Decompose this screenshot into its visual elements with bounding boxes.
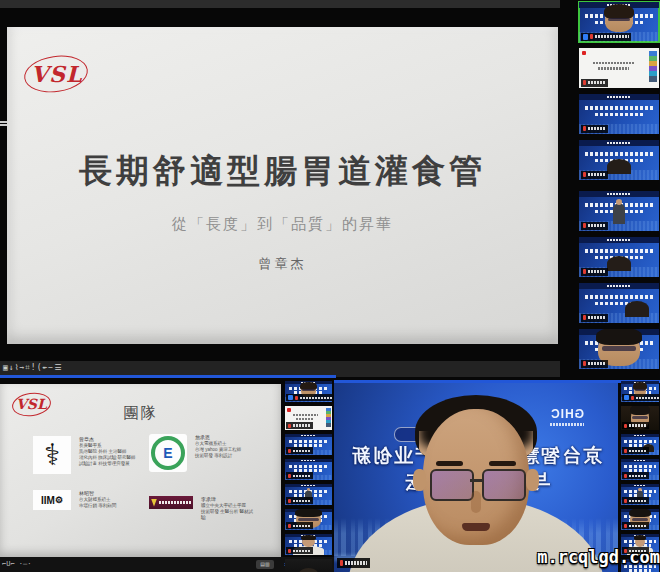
team-member-1: ⚕ 曾章杰 長庚醫學系 馬偕醫院 外科 主治醫師 消化內科 臨床試驗 研究醫師 … (33, 436, 136, 474)
participant-thumbnail-banner[interactable] (621, 459, 659, 480)
member-line: 試驗計畫 科技管理與發展 (79, 461, 136, 467)
team-window-top-border (0, 375, 336, 378)
participant-thumbnail-dark[interactable] (285, 559, 332, 572)
participant-thumbnail-person-right[interactable] (621, 434, 659, 455)
mic-muted-icon (583, 172, 586, 177)
participant-thumbnail-banner[interactable] (285, 459, 332, 480)
slide-presenter-name: 曾章杰 (7, 255, 558, 273)
participant-thumbnail-person-right[interactable] (579, 283, 659, 323)
team-member-4: 李承瑋 國立中央大學碩士學歷 技術研發 生醫分析 醫材試 驗 (149, 496, 253, 521)
window-top-strip (0, 0, 560, 8)
member-name: 李承瑋 (201, 496, 253, 502)
participant-strip-mid (285, 381, 332, 572)
shared-slide-main[interactable]: VSL 長期舒適型腸胃道灌食管 從「長度」到「品質」的昇華 曾章杰 (7, 27, 558, 344)
footer-glyphs: ⌐U⌐ ·–· (2, 560, 32, 568)
mic-muted-icon (583, 361, 586, 366)
caduceus-icon: ⚕ (33, 436, 71, 474)
speaker-person (334, 383, 618, 572)
participant-thumbnail-woman[interactable] (579, 2, 659, 42)
mic-muted-icon (288, 524, 291, 528)
slide-title: 長期舒適型腸胃道灌食管 (7, 149, 558, 194)
team-slide-title: 團隊 (0, 404, 281, 423)
participant-thumbnail-person[interactable] (579, 140, 659, 180)
mic-muted-icon (583, 269, 586, 274)
overlay-marks (0, 120, 10, 130)
mic-muted-icon (340, 560, 343, 566)
slide-subtitle: 從「長度」到「品質」的昇華 (7, 215, 558, 234)
toolbar-glyphs[interactable]: ▣↓⌇→⌗!(↞−☰ (3, 363, 62, 373)
member-name: 林昭智 (79, 490, 116, 496)
participant-thumbnail-face[interactable] (621, 509, 659, 530)
e-circle-logo: E (149, 434, 187, 472)
participant-strip-top (579, 2, 659, 375)
member-line: 驗 (201, 515, 253, 521)
iim-gear-logo: IIM⚙ (33, 490, 71, 510)
mic-muted-icon (624, 424, 627, 428)
speaker-name-label (337, 558, 370, 568)
member-line: 技術研發 專利設計 (195, 453, 241, 459)
mic-muted-icon (583, 80, 586, 85)
participant-thumbnail-standing[interactable] (621, 484, 659, 505)
member-name: 曾章杰 (79, 436, 136, 442)
participant-thumbnail-banner[interactable] (285, 434, 332, 455)
mic-muted-icon (624, 474, 627, 478)
participant-thumbnail-standing[interactable] (579, 191, 659, 231)
member-line: 技術研發 生醫分析 醫材試 (201, 509, 253, 515)
mic-muted-icon (288, 424, 291, 428)
participant-thumbnail-share[interactable] (285, 406, 332, 430)
participant-strip-right (621, 381, 659, 572)
member-line: 市場行銷 專利顧問 (79, 503, 116, 509)
mic-muted-icon (590, 34, 593, 39)
mic-muted-icon (583, 126, 586, 131)
participant-thumbnail-shirt[interactable] (285, 534, 332, 555)
team-member-3: IIM⚙ 林昭智 台大財經系碩士 市場行銷 專利顧問 (33, 490, 116, 510)
mic-muted-icon (583, 315, 586, 320)
mic-muted-icon (624, 524, 627, 528)
participant-thumbnail-face-dark[interactable] (621, 406, 659, 430)
speaker-video[interactable]: GHIC 2023.09.05 京台智慧医疗健康产业创新 与发展合作论坛 (334, 383, 618, 572)
mic-muted-icon (624, 449, 627, 453)
participant-thumbnail-banner[interactable] (579, 94, 659, 134)
participant-thumbnail-share[interactable] (579, 48, 659, 88)
vsl-logo: VSL (31, 61, 82, 87)
glasses-icon (430, 469, 474, 501)
participant-thumbnail-person[interactable] (579, 237, 659, 277)
mic-muted-icon (295, 396, 298, 400)
mic-muted-icon (288, 549, 291, 553)
mic-muted-icon (624, 499, 627, 503)
user-icon (288, 395, 293, 400)
participant-thumbnail-standing[interactable] (285, 484, 332, 505)
mic-muted-icon (288, 474, 291, 478)
team-member-2: E 詹承恩 台大電機系碩士 台灣 yahoo 資深工程師 技術研發 專利設計 (149, 434, 241, 472)
member-name: 詹承恩 (195, 434, 241, 440)
university-banner-logo (149, 496, 193, 509)
participant-thumbnail-woman[interactable] (285, 381, 332, 402)
footer-bar: ⌐U⌐ ·–· ▤▥ ⚙ ◉ (0, 557, 334, 572)
mic-muted-icon (583, 223, 586, 228)
participant-thumbnail-woman[interactable] (621, 381, 659, 402)
shared-slide-team[interactable]: VSL 團隊 ⚕ 曾章杰 長庚醫學系 馬偕醫院 外科 主治醫師 消化內科 臨床試… (0, 384, 281, 557)
footer-badge[interactable]: ▤▥ (256, 560, 274, 569)
mic-muted-icon (631, 396, 634, 400)
participant-thumbnail-face[interactable] (579, 329, 659, 369)
user-icon (624, 395, 629, 400)
mic-muted-icon (288, 499, 291, 503)
mic-muted-icon (288, 449, 291, 453)
participant-thumbnail-face[interactable] (285, 509, 332, 530)
mic-muted-icon (624, 549, 627, 553)
user-icon (583, 34, 588, 40)
